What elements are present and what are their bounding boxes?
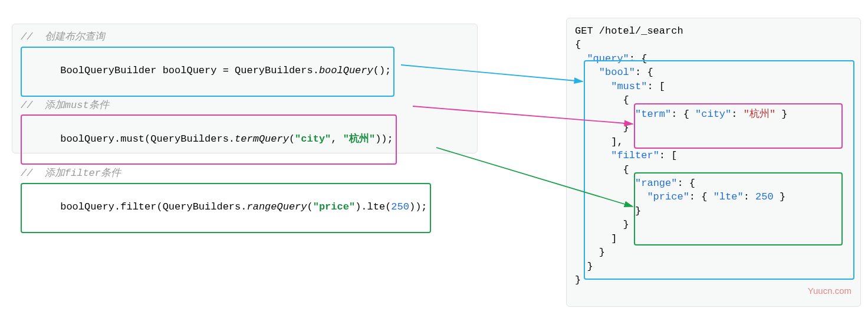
code-text: "city"	[695, 109, 731, 120]
root: // 创建布尔查询 BoolQueryBuilder boolQuery = Q…	[12, 12, 856, 299]
code-text: : {	[689, 191, 714, 202]
code-text: : {	[635, 67, 653, 78]
code-text: : {	[629, 53, 647, 64]
code-text: "city"	[295, 133, 331, 145]
code-text: "filter"	[611, 150, 659, 161]
code-text: :	[744, 191, 755, 202]
code-text: {	[575, 94, 629, 106]
code-text: "price"	[647, 191, 689, 202]
code-text: "杭州"	[343, 133, 375, 145]
code-text: }	[575, 274, 581, 286]
code-text: }	[575, 205, 641, 217]
code-text: : {	[677, 178, 695, 189]
code-text: BoolQueryBuilder boolQuery = QueryBuilde…	[60, 65, 319, 76]
code-text: "range"	[635, 178, 677, 189]
code-text: termQuery	[235, 133, 289, 145]
code-text: "query"	[587, 53, 629, 64]
json-dsl-panel: GET /hotel/_search { "query": { "bool": …	[566, 18, 861, 307]
java-code-panel: // 创建布尔查询 BoolQueryBuilder boolQuery = Q…	[12, 24, 478, 153]
code-text: }	[575, 261, 593, 272]
code-text: }	[575, 219, 629, 230]
code-text	[575, 150, 611, 161]
code-text	[575, 81, 611, 92]
code-text: (	[289, 133, 295, 145]
java-bool-line: BoolQueryBuilder boolQuery = QueryBuilde…	[21, 47, 394, 97]
code-text: }	[775, 109, 787, 120]
code-text: "price"	[313, 201, 355, 212]
code-text: : {	[671, 109, 695, 120]
code-text: ],	[575, 136, 623, 148]
code-text: }	[575, 247, 605, 258]
code-text: 250	[391, 201, 409, 212]
code-text: "bool"	[599, 67, 635, 78]
json-code: GET /hotel/_search { "query": { "bool": …	[575, 24, 852, 287]
code-text: "must"	[611, 81, 647, 92]
code-text: "杭州"	[744, 109, 775, 120]
code-text: }	[575, 122, 629, 133]
comment-bool: // 创建布尔查询	[21, 30, 469, 46]
code-text: ();	[373, 65, 392, 76]
comment-must: // 添加must条件	[21, 99, 469, 114]
code-text	[575, 67, 599, 78]
code-text: ,	[331, 133, 343, 145]
code-text	[575, 53, 587, 64]
code-text: : [	[647, 81, 665, 92]
code-text: :	[731, 109, 743, 120]
code-text	[575, 191, 647, 202]
code-text: GET /hotel/_search	[575, 25, 683, 37]
code-text: boolQuery	[319, 65, 373, 76]
code-text: {	[575, 164, 629, 175]
code-text: ]	[575, 233, 617, 244]
code-text	[575, 178, 635, 189]
code-text: }	[774, 191, 785, 202]
code-text: {	[575, 39, 581, 50]
code-text: rangeQuery	[246, 201, 307, 212]
java-filter-line: boolQuery.filter(QueryBuilders.rangeQuer…	[21, 183, 431, 233]
code-text: ));	[409, 201, 428, 212]
code-text: 250	[755, 191, 774, 202]
java-must-line: boolQuery.must(QueryBuilders.termQuery("…	[21, 114, 397, 165]
comment-filter: // 添加filter条件	[21, 166, 469, 182]
watermark: Yuucn.com	[808, 286, 851, 296]
code-text: boolQuery.filter(QueryBuilders.	[60, 201, 246, 212]
code-text: "lte"	[714, 191, 744, 202]
code-text: : [	[659, 150, 678, 161]
code-text	[575, 109, 635, 120]
code-text: boolQuery.must(QueryBuilders.	[60, 133, 235, 145]
code-text: ));	[375, 133, 393, 145]
code-text: ).lte(	[355, 201, 391, 212]
code-text: "term"	[635, 109, 671, 120]
code-text: (	[307, 201, 313, 212]
